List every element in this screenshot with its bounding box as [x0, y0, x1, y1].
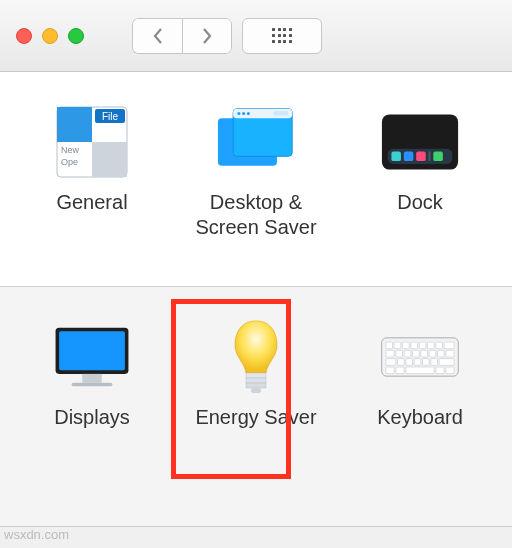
svg-rect-37 — [444, 342, 454, 349]
dock-icon — [380, 102, 460, 182]
svg-rect-19 — [429, 152, 431, 162]
svg-rect-27 — [246, 383, 266, 388]
prefpane-label: Dock — [397, 190, 443, 215]
svg-rect-40 — [404, 350, 411, 357]
prefpane-general[interactable]: File New Ope General — [17, 102, 167, 215]
svg-rect-39 — [396, 350, 403, 357]
svg-rect-32 — [403, 342, 410, 349]
svg-rect-13 — [273, 111, 288, 116]
svg-rect-51 — [431, 359, 438, 366]
svg-rect-44 — [438, 350, 445, 357]
svg-rect-42 — [421, 350, 428, 357]
svg-rect-30 — [386, 342, 393, 349]
svg-rect-36 — [436, 342, 443, 349]
svg-rect-31 — [394, 342, 401, 349]
svg-rect-49 — [414, 359, 421, 366]
svg-rect-54 — [396, 367, 404, 374]
prefpane-label: Keyboard — [377, 405, 463, 430]
svg-rect-33 — [411, 342, 418, 349]
svg-rect-20 — [433, 152, 443, 162]
svg-rect-25 — [246, 373, 266, 378]
show-all-button[interactable] — [242, 18, 322, 54]
grid-icon — [272, 28, 292, 44]
back-button[interactable] — [132, 18, 182, 54]
watermark-text: wsxdn.com — [4, 527, 69, 542]
svg-rect-35 — [428, 342, 435, 349]
window-toolbar — [0, 0, 512, 72]
prefpane-energy-saver[interactable]: Energy Saver — [181, 317, 331, 430]
minimize-window-button[interactable] — [42, 28, 58, 44]
svg-rect-16 — [391, 152, 401, 162]
svg-rect-55 — [406, 367, 434, 374]
keyboard-icon — [380, 317, 460, 397]
forward-button[interactable] — [182, 18, 232, 54]
svg-rect-53 — [386, 367, 394, 374]
prefpane-desktop-screensaver[interactable]: Desktop & Screen Saver — [181, 102, 331, 240]
svg-rect-28 — [251, 388, 261, 393]
svg-rect-41 — [413, 350, 420, 357]
svg-text:File: File — [102, 111, 119, 122]
svg-point-11 — [242, 112, 245, 115]
svg-text:New: New — [61, 145, 80, 155]
svg-rect-26 — [246, 378, 266, 383]
general-icon: File New Ope — [52, 102, 132, 182]
svg-rect-34 — [419, 342, 426, 349]
zoom-window-button[interactable] — [68, 28, 84, 44]
svg-rect-43 — [429, 350, 436, 357]
prefpane-label: General — [56, 190, 127, 215]
displays-icon — [52, 317, 132, 397]
svg-rect-23 — [82, 374, 102, 383]
svg-rect-22 — [59, 331, 125, 370]
svg-rect-57 — [446, 367, 454, 374]
desktop-screensaver-icon — [216, 102, 296, 182]
svg-rect-1 — [57, 107, 92, 142]
chevron-left-icon — [151, 27, 165, 45]
svg-rect-38 — [386, 350, 394, 357]
nav-buttons — [132, 18, 232, 54]
prefpane-displays[interactable]: Displays — [17, 317, 167, 430]
prefpane-keyboard[interactable]: Keyboard — [345, 317, 495, 430]
svg-rect-47 — [398, 359, 405, 366]
svg-rect-46 — [386, 359, 396, 366]
energy-saver-icon — [216, 317, 296, 397]
svg-text:Ope: Ope — [61, 157, 78, 167]
svg-rect-45 — [446, 350, 454, 357]
prefpane-label: Energy Saver — [195, 405, 316, 430]
svg-rect-52 — [439, 359, 454, 366]
prefs-row-hardware: Displays Energy Saver — [0, 287, 512, 527]
svg-rect-2 — [92, 142, 127, 177]
svg-rect-56 — [436, 367, 444, 374]
svg-point-12 — [247, 112, 250, 115]
svg-rect-48 — [406, 359, 413, 366]
svg-point-10 — [237, 112, 240, 115]
svg-rect-17 — [404, 152, 414, 162]
svg-rect-24 — [72, 383, 113, 387]
prefpane-label: Displays — [54, 405, 130, 430]
prefpane-dock[interactable]: Dock — [345, 102, 495, 215]
close-window-button[interactable] — [16, 28, 32, 44]
prefs-row-personal: File New Ope General Desktop & Screen Sa… — [0, 72, 512, 287]
prefpane-label: Desktop & Screen Saver — [181, 190, 331, 240]
traffic-lights — [16, 28, 84, 44]
chevron-right-icon — [200, 27, 214, 45]
svg-rect-18 — [416, 152, 426, 162]
svg-rect-50 — [423, 359, 430, 366]
